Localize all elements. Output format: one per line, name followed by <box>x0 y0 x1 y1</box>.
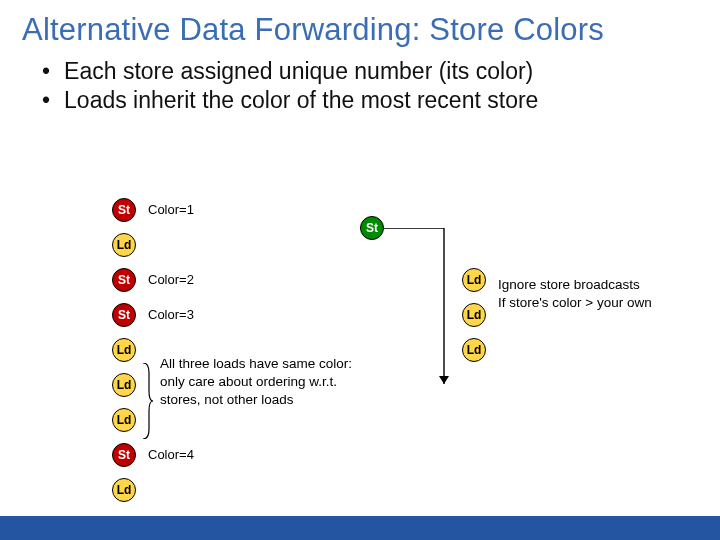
brace-icon <box>141 363 153 439</box>
color-label: Color=3 <box>148 307 194 322</box>
bullet-list: Each store assigned unique number (its c… <box>0 58 720 114</box>
bullet-item: Each store assigned unique number (its c… <box>42 58 720 85</box>
color-label: Color=4 <box>148 447 194 462</box>
brace-note: All three loads have same color:only car… <box>160 355 390 410</box>
store-node: St <box>112 268 136 292</box>
load-node: Ld <box>112 233 136 257</box>
diagram-area: St Color=1 Ld St Color=2 St Color=3 Ld L… <box>0 180 720 510</box>
page-title: Alternative Data Forwarding: Store Color… <box>0 0 720 56</box>
right-note: Ignore store broadcastsIf store's color … <box>498 276 652 312</box>
load-node: Ld <box>112 338 136 362</box>
store-node: St <box>112 303 136 327</box>
store-node: St <box>112 198 136 222</box>
load-node: Ld <box>462 268 486 292</box>
load-node: Ld <box>112 408 136 432</box>
load-node: Ld <box>462 338 486 362</box>
arrow-icon <box>384 228 462 390</box>
load-node: Ld <box>112 478 136 502</box>
color-label: Color=1 <box>148 202 194 217</box>
bullet-item: Loads inherit the color of the most rece… <box>42 87 720 114</box>
footer-bar <box>0 516 720 540</box>
load-node: Ld <box>112 373 136 397</box>
store-node: St <box>112 443 136 467</box>
load-node: Ld <box>462 303 486 327</box>
color-label: Color=2 <box>148 272 194 287</box>
store-node-green: St <box>360 216 384 240</box>
